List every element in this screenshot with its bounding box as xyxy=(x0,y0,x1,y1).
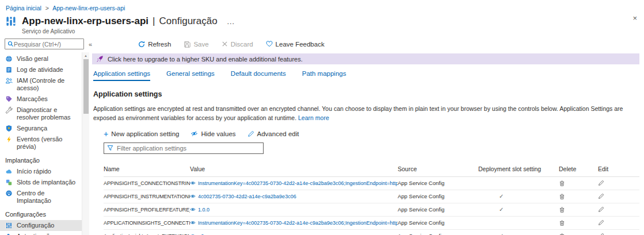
new-application-setting-button[interactable]: + New application setting xyxy=(104,130,179,137)
table-row: APPINSIGHTS_PROFILERFEATURE_VERSION 1.0.… xyxy=(104,203,639,217)
collapse-sidebar-button[interactable]: « xyxy=(89,41,92,48)
setting-value-link[interactable]: ~2 xyxy=(190,233,398,235)
close-icon[interactable]: × xyxy=(632,14,637,22)
save-button[interactable]: Save xyxy=(184,41,208,48)
sidebar-item-log-atividade[interactable]: Log de atividade xyxy=(0,64,82,75)
setting-name: APPINSIGHTS_CONNECTIONSTRING xyxy=(104,180,190,186)
sidebar-item-diagnosticar[interactable]: Diagnosticar e resolver problemas xyxy=(0,105,82,123)
filter-input[interactable] xyxy=(117,145,260,152)
sidebar-item-visao-geral[interactable]: Visão geral xyxy=(0,53,82,64)
setting-source: App Service Config xyxy=(398,193,478,199)
search-input[interactable] xyxy=(14,41,77,48)
sidebar-item-iam[interactable]: IAM (Controle de acesso) xyxy=(0,75,82,94)
sidebar-item-label: Marcações xyxy=(17,95,48,103)
events-lightning-icon xyxy=(5,136,13,143)
column-header-name[interactable]: Name xyxy=(104,165,190,172)
sidebar-scrollbar[interactable]: ▲ xyxy=(82,52,89,235)
toolbar: Refresh Save Discard Leave Feedback xyxy=(138,41,325,48)
setting-name: APPINSIGHTS_INSTRUMENTATIONKEY xyxy=(104,194,190,199)
sidebar-item-configuracao[interactable]: Configuração xyxy=(0,220,82,231)
scrollbar-thumb[interactable] xyxy=(83,59,89,114)
iam-icon xyxy=(5,77,13,84)
breadcrumb-current-link[interactable]: App-new-linx-erp-users-api xyxy=(52,5,125,11)
sidebar-item-label: Segurança xyxy=(17,125,47,132)
sidebar-search[interactable] xyxy=(5,38,84,49)
pencil-icon xyxy=(598,233,604,235)
delete-button[interactable] xyxy=(559,219,598,226)
advanced-edit-button[interactable]: Advanced edit xyxy=(247,130,299,137)
configuration-icon xyxy=(5,222,13,229)
delete-button[interactable] xyxy=(559,206,598,213)
sidebar-item-slots-implantacao[interactable]: Slots de implantação xyxy=(0,177,82,188)
setting-value-link[interactable]: 1.0.0 xyxy=(190,207,398,213)
delete-button[interactable] xyxy=(559,233,598,235)
table-actions: + New application setting Hide values xyxy=(104,130,639,137)
sidebar-section-configuracoes: Configurações xyxy=(0,206,82,220)
column-header-slot[interactable]: Deployment slot setting xyxy=(478,165,559,172)
sidebar: Visão geral Log de atividade IAM (Contro… xyxy=(0,52,82,235)
sidebar-item-eventos[interactable]: Eventos (versão prévia) xyxy=(0,134,82,152)
sidebar-item-seguranca[interactable]: Segurança xyxy=(0,123,82,134)
breadcrumb-home-link[interactable]: Página inicial xyxy=(6,5,41,11)
sidebar-item-centro-implantacao[interactable]: Centro de Implantação xyxy=(0,188,82,206)
tab-application-settings[interactable]: Application settings xyxy=(93,70,150,81)
eye-slash-icon xyxy=(190,130,198,137)
setting-value-link[interactable]: 4c002735-0730-42d2-a14e-c9a2ba9e3c06 xyxy=(190,194,398,199)
edit-button[interactable] xyxy=(598,233,639,235)
page-title: App-new-linx-erp-users-api xyxy=(22,16,148,27)
advanced-edit-label: Advanced edit xyxy=(257,130,299,137)
column-header-edit: Edit xyxy=(598,165,639,172)
authentication-icon xyxy=(5,233,13,235)
rocket-icon xyxy=(96,55,104,63)
setting-name: APPINSIGHTS_PROFILERFEATURE_VERSION xyxy=(104,207,190,213)
edit-button[interactable] xyxy=(598,219,639,226)
leave-feedback-button[interactable]: Leave Feedback xyxy=(266,41,325,48)
tag-icon xyxy=(5,95,13,103)
heart-icon xyxy=(266,41,273,47)
discard-button[interactable]: Discard xyxy=(222,41,253,48)
edit-button[interactable] xyxy=(598,206,639,213)
setting-value-link[interactable]: InstrumentationKey=4c002735-0730-42d2-a1… xyxy=(190,220,398,226)
learn-more-link[interactable]: Learn more xyxy=(298,114,329,121)
slot-setting-check: ✓ xyxy=(478,206,559,213)
setting-source: App Service Config xyxy=(398,233,478,235)
value-text: ~2 xyxy=(198,233,204,235)
pencil-icon xyxy=(598,193,604,199)
sidebar-section-implantacao: Implantação xyxy=(0,152,82,166)
value-text: 4c002735-0730-42d2-a14e-c9a2ba9e3c06 xyxy=(198,194,296,199)
table-row: APPINSIGHTS_CONNECTIONSTRING Instrumenta… xyxy=(104,177,639,190)
app-settings-table: Name Value Source Deployment slot settin… xyxy=(104,162,639,235)
tab-default-documents[interactable]: Default documents xyxy=(231,70,286,81)
upgrade-sku-banner[interactable]: Click here to upgrade to a higher SKU an… xyxy=(92,53,639,64)
edit-button[interactable] xyxy=(598,180,639,186)
more-options-button[interactable]: … xyxy=(227,17,235,26)
sidebar-item-label: IAM (Controle de acesso) xyxy=(17,77,79,92)
sidebar-item-label: Slots de implantação xyxy=(17,179,75,186)
sidebar-item-autenticacao[interactable]: Autenticação xyxy=(0,231,82,235)
sidebar-item-marcacoes[interactable]: Marcações xyxy=(0,94,82,105)
delete-button[interactable] xyxy=(559,180,598,187)
table-header-row: Name Value Source Deployment slot settin… xyxy=(104,162,639,177)
setting-name: APPLICATIONINSIGHTS_CONNECTION_STRIN xyxy=(104,220,190,226)
column-header-source[interactable]: Source xyxy=(398,165,478,172)
tab-path-mappings[interactable]: Path mappings xyxy=(302,70,346,81)
slot-setting-check: ✓ xyxy=(478,233,559,235)
hide-values-button[interactable]: Hide values xyxy=(190,130,235,137)
value-text: InstrumentationKey=4c002735-0730-42d2-a1… xyxy=(198,180,398,186)
table-row: APPLICATIONINSIGHTS_CONNECTION_STRIN Ins… xyxy=(104,217,639,230)
sidebar-item-inicio-rapido[interactable]: Início rápido xyxy=(0,166,82,177)
deployment-slots-icon xyxy=(5,179,13,186)
scrollbar-up-arrow[interactable]: ▲ xyxy=(82,52,89,57)
setting-value-link[interactable]: InstrumentationKey=4c002735-0730-42d2-a1… xyxy=(190,180,398,186)
tab-general-settings[interactable]: General settings xyxy=(166,70,215,81)
delete-button[interactable] xyxy=(559,193,598,200)
setting-source: App Service Config xyxy=(398,180,478,186)
activity-log-icon xyxy=(5,66,13,74)
column-header-value[interactable]: Value xyxy=(190,165,398,172)
edit-button[interactable] xyxy=(598,193,639,199)
filter-settings-box[interactable] xyxy=(104,142,264,154)
breadcrumb-separator: > xyxy=(45,5,49,11)
filter-funnel-icon xyxy=(107,145,113,151)
refresh-button[interactable]: Refresh xyxy=(138,41,171,48)
blade-name: Configuração xyxy=(159,16,218,27)
